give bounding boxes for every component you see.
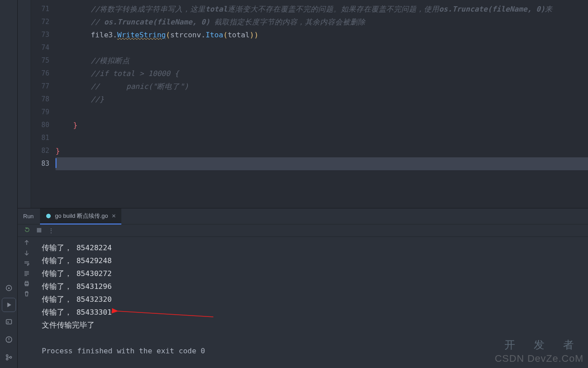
line-number: 78 — [31, 93, 56, 106]
git-tool-icon[interactable] — [0, 348, 18, 366]
run-toolbar: ⋮ — [18, 224, 588, 237]
terminal-tool-icon[interactable] — [0, 313, 18, 331]
code-line[interactable] — [56, 41, 588, 54]
go-file-icon — [45, 213, 52, 219]
svg-rect-11 — [25, 281, 28, 283]
line-number: 79 — [31, 106, 56, 119]
console-line: 传输了， 85429248 — [42, 254, 588, 267]
code-line[interactable]: //模拟断点 — [56, 54, 588, 67]
code-line[interactable]: //if total > 10000 { — [56, 67, 588, 80]
code-line[interactable]: } — [56, 144, 588, 157]
line-number: 80 — [31, 119, 56, 132]
svg-marker-1 — [8, 287, 10, 289]
svg-marker-2 — [8, 303, 12, 308]
close-icon[interactable]: ✕ — [112, 213, 116, 219]
watermark-text-2: CSDN DevZe.CoM — [495, 353, 584, 364]
line-number: 76 — [31, 67, 56, 80]
more-actions-icon[interactable]: ⋮ — [48, 227, 55, 234]
code-line[interactable]: // os.Truncate(fileName, 0) 截取指定长度字节的内容，… — [56, 16, 588, 28]
line-number: 75 — [31, 54, 56, 67]
code-line[interactable] — [56, 106, 588, 119]
scroll-down-icon[interactable] — [24, 250, 30, 257]
run-config-tab[interactable]: go build 断点续传.go ✕ — [40, 208, 121, 224]
line-number: 71 — [31, 3, 56, 16]
delete-icon[interactable] — [24, 291, 30, 298]
console-line: 传输了， 85432320 — [42, 293, 588, 306]
line-number: 73 — [31, 28, 56, 41]
console-line: 文件传输完毕了 — [42, 319, 588, 332]
scroll-to-end-icon[interactable] — [24, 270, 30, 278]
soft-wrap-icon[interactable] — [24, 260, 30, 268]
left-tool-rail — [0, 0, 18, 368]
line-number: 81 — [31, 132, 56, 144]
line-number: 77 — [31, 80, 56, 93]
favorites-icon[interactable] — [0, 279, 18, 297]
line-number: 83 — [31, 157, 56, 170]
stop-icon[interactable] — [36, 227, 42, 234]
code-editor[interactable]: 71727374757677787980818283 //将数字转换成字符串写入… — [18, 0, 588, 208]
scroll-up-icon[interactable] — [24, 240, 30, 247]
code-line[interactable]: //将数字转换成字符串写入，这里total逐渐变大不存在覆盖不完的问题。如果存在… — [56, 3, 588, 16]
line-number: 74 — [31, 41, 56, 54]
code-line[interactable] — [56, 157, 588, 170]
svg-rect-9 — [37, 228, 41, 232]
run-panel-title: Run — [23, 213, 40, 220]
code-line[interactable]: file3.WriteString(strconv.Itoa(total)) — [56, 28, 588, 41]
run-panel-header: Run go build 断点续传.go ✕ — [18, 208, 588, 224]
run-config-tab-label: go build 断点续传.go — [55, 212, 108, 220]
svg-point-6 — [6, 355, 8, 356]
run-output-gutter — [18, 237, 36, 368]
code-line[interactable] — [56, 132, 588, 144]
code-line[interactable]: // panic("断电了") — [56, 80, 588, 93]
run-panel: Run go build 断点续传.go ✕ ⋮ — [18, 208, 588, 368]
print-icon[interactable] — [24, 280, 30, 288]
console-line: 传输了， 85433301 — [42, 306, 588, 319]
svg-point-5 — [8, 341, 9, 342]
code-line[interactable]: //} — [56, 93, 588, 106]
line-number: 72 — [31, 16, 56, 28]
console-line: 传输了， 85431296 — [42, 280, 588, 293]
rerun-icon[interactable] — [24, 227, 30, 234]
watermark-text-1: 开 发 者 — [504, 338, 582, 352]
line-number: 82 — [31, 144, 56, 157]
run-tool-icon[interactable] — [2, 298, 16, 312]
console-line: 传输了， 85430272 — [42, 267, 588, 280]
code-area[interactable]: //将数字转换成字符串写入，这里total逐渐变大不存在覆盖不完的问题。如果存在… — [56, 0, 588, 170]
problems-tool-icon[interactable] — [0, 331, 18, 348]
text-caret — [56, 158, 56, 168]
line-number-gutter: 71727374757677787980818283 — [31, 0, 56, 208]
editor-gutter-well — [18, 0, 31, 208]
svg-point-7 — [6, 358, 8, 360]
console-line: 传输了， 85428224 — [42, 241, 588, 254]
svg-rect-3 — [6, 320, 12, 324]
code-line[interactable]: } — [56, 119, 588, 132]
svg-point-8 — [10, 356, 12, 358]
